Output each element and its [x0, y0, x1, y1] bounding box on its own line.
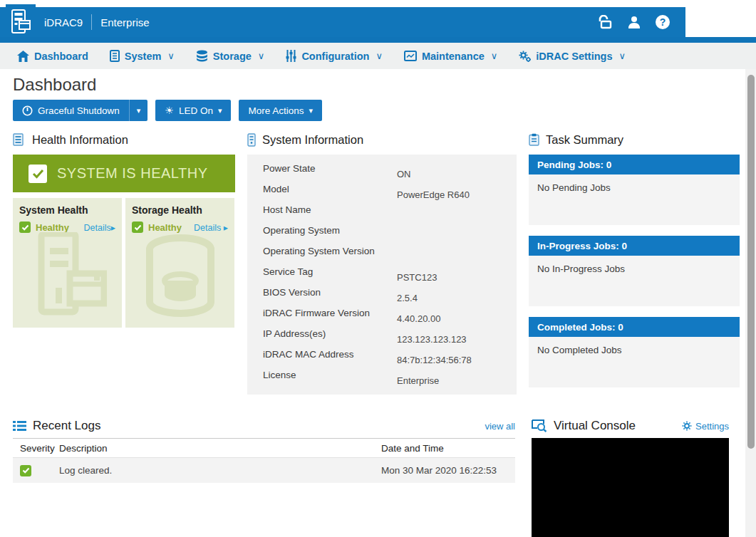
system-information-icon: [247, 133, 256, 147]
power-icon: [22, 105, 33, 116]
task-summary-icon: [529, 133, 539, 146]
chevron-down-icon: ∨: [491, 51, 498, 61]
info-row: BIOS Version2.5.4: [247, 284, 517, 305]
dashboard-toolbar: Graceful Shutdown ▾ ☀ LED On ▾ More Acti…: [13, 100, 745, 121]
settings-gear-icon: [682, 421, 692, 431]
graceful-shutdown-button[interactable]: Graceful Shutdown: [13, 100, 130, 121]
nav-label: Configuration: [301, 51, 369, 62]
home-icon: [17, 51, 29, 62]
info-row: IP Address(es)123.123.123.123: [247, 325, 517, 346]
brand-divider: [91, 14, 92, 30]
info-row: iDRAC Firmware Version4.40.20.00: [247, 305, 517, 325]
panel-title: Health Information: [32, 133, 128, 147]
chevron-down-icon: ∨: [258, 51, 265, 61]
graceful-shutdown-dropdown-button[interactable]: ▾: [130, 100, 148, 121]
pending-jobs-section: Pending Jobs: 0 No Pending Jobs: [529, 155, 740, 225]
view-all-link[interactable]: view all: [485, 421, 515, 432]
system-healthy-banner: SYSTEM IS HEALTHY: [13, 155, 235, 192]
led-on-button[interactable]: ☀ LED On ▾: [155, 100, 231, 121]
edition-name: Enterprise: [100, 16, 149, 28]
nav-item-storage[interactable]: Storage ∨: [196, 50, 265, 62]
panel-title: Virtual Console: [554, 419, 636, 433]
nav-label: Maintenance: [422, 51, 485, 62]
in-progress-jobs-header[interactable]: In-Progress Jobs: 0: [529, 236, 740, 256]
help-icon[interactable]: ?: [656, 15, 670, 29]
pending-jobs-body: No Pending Jobs: [529, 174, 740, 225]
brand-title: iDRAC9 Enterprise: [44, 7, 150, 37]
column-date: Date and Time: [381, 443, 515, 454]
console-settings-link[interactable]: Settings: [682, 421, 729, 432]
nav-label: iDRAC Settings: [536, 51, 612, 62]
column-severity: Severity: [13, 443, 47, 454]
log-datetime: Mon 30 Mar 2020 16:22:53: [381, 465, 515, 476]
maintenance-chart-icon: [404, 51, 417, 61]
system-health-card: System Health Healthy Details▸: [13, 198, 122, 328]
task-summary-panel: Task Summary Pending Jobs: 0 No Pending …: [529, 131, 740, 398]
chevron-down-icon: ∨: [167, 51, 175, 61]
nav-label: Dashboard: [34, 51, 88, 62]
log-row[interactable]: Log cleared. Mon 30 Mar 2020 16:22:53: [13, 458, 515, 483]
panel-title: Recent Logs: [33, 419, 100, 433]
storage-watermark-icon: [125, 234, 234, 318]
column-description: Description: [47, 443, 381, 454]
pending-jobs-header[interactable]: Pending Jobs: 0: [529, 155, 740, 174]
top-app-bar: iDRAC9 Enterprise ?: [0, 7, 685, 37]
system-health-details-link[interactable]: Details▸: [84, 222, 116, 233]
in-progress-jobs-body: No In-Progress Jobs: [529, 256, 740, 306]
server-watermark-icon: [13, 232, 122, 318]
healthy-check-icon: [29, 165, 47, 183]
health-status: Healthy: [148, 222, 190, 233]
scrollbar-thumb[interactable]: [747, 75, 755, 449]
banner-text: SYSTEM IS HEALTHY: [57, 165, 208, 182]
nav-label: Storage: [213, 51, 252, 62]
user-icon[interactable]: [627, 15, 641, 29]
nav-item-configuration[interactable]: Configuration ∨: [286, 50, 383, 62]
main-navigation: Dashboard System ∨ Storage ∨: [0, 43, 756, 69]
topbar-accent-strip: [0, 37, 756, 43]
server-logo-icon: [10, 9, 31, 36]
idrac-logo: [6, 4, 36, 40]
chevron-down-icon: ∨: [376, 51, 383, 61]
healthy-check-icon: [132, 221, 143, 233]
gears-icon: [519, 51, 531, 62]
info-row: Host Name: [247, 202, 517, 222]
panel-title: Task Summary: [546, 133, 623, 147]
sun-icon: ☀: [165, 105, 174, 116]
health-information-panel: Health Information SYSTEM IS HEALTHY Sys…: [13, 131, 235, 398]
caret-down-icon: ▾: [218, 106, 222, 115]
nav-item-system[interactable]: System ∨: [110, 50, 175, 62]
nav-label: System: [125, 51, 162, 62]
button-label: More Actions: [248, 105, 304, 116]
nav-item-maintenance[interactable]: Maintenance ∨: [404, 51, 497, 62]
nav-item-dashboard[interactable]: Dashboard: [17, 51, 88, 62]
info-row: Operating System Version: [247, 243, 517, 264]
storage-health-details-link[interactable]: Details ▸: [194, 222, 228, 233]
system-information-list: Power StateON ModelPowerEdge R640 Host N…: [247, 155, 517, 395]
button-label: Graceful Shutdown: [38, 105, 120, 116]
healthy-check-icon: [19, 221, 31, 233]
system-information-panel: System Information Power StateON ModelPo…: [247, 131, 517, 398]
info-row: ModelPowerEdge R640: [247, 181, 517, 202]
severity-ok-icon: [20, 465, 31, 476]
product-name: iDRAC9: [44, 16, 83, 28]
virtual-console-icon: [532, 419, 547, 432]
nav-item-idrac-settings[interactable]: iDRAC Settings ∨: [519, 51, 626, 62]
info-row: Service TagPSTC123: [247, 264, 517, 284]
more-actions-button[interactable]: More Actions ▾: [239, 100, 322, 121]
chevron-down-icon: ∨: [618, 51, 626, 61]
log-description: Log cleared.: [47, 465, 381, 476]
graceful-shutdown-split-button: Graceful Shutdown ▾: [13, 100, 147, 121]
settings-label: Settings: [695, 421, 729, 432]
card-title: Storage Health: [132, 204, 228, 216]
health-information-icon: [13, 133, 26, 146]
completed-jobs-header[interactable]: Completed Jobs: 0: [529, 317, 740, 337]
logs-table-header: Severity Description Date and Time: [13, 439, 515, 458]
caret-down-icon: ▾: [137, 106, 141, 115]
virtual-console-screen[interactable]: [532, 438, 729, 537]
health-status: Healthy: [36, 222, 80, 233]
card-title: System Health: [19, 204, 115, 216]
info-row: LicenseEnterprise: [247, 367, 517, 387]
storage-health-card: Storage Health Healthy Details ▸: [125, 198, 234, 328]
panel-title: System Information: [262, 133, 363, 147]
lock-open-icon[interactable]: [597, 15, 613, 29]
